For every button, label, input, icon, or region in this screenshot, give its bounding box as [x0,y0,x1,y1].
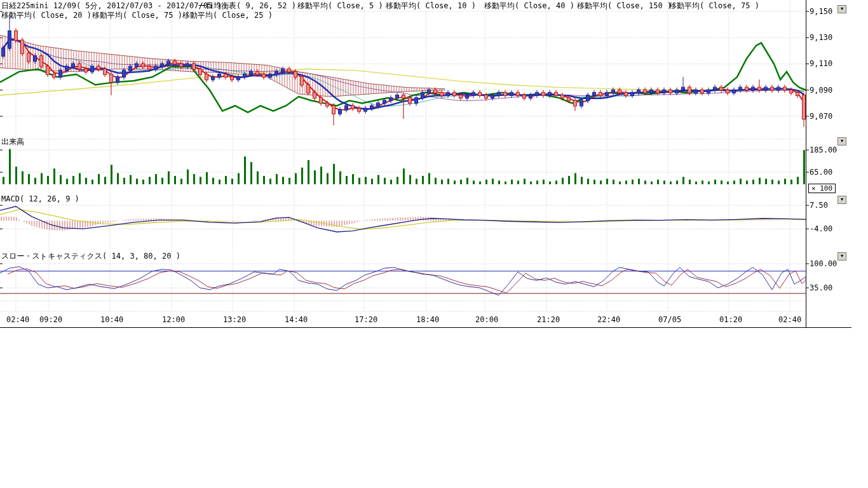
time-axis-label: 13:20 [223,315,246,324]
time-axis-label: 17:20 [355,315,377,324]
time-axis-label: 10:40 [100,315,123,324]
chevron-down-icon: ▼ [841,197,843,202]
time-axis-label: 01:20 [719,315,742,324]
price-axis-tick: 9,110 [810,60,832,68]
chart-application: 日経225mini 12/09( 5分, 2012/07/03 - 2012/0… [0,0,868,488]
price-axis-tick: 9,070 [810,112,832,121]
chevron-down-icon: ▼ [841,139,843,144]
macd-panel-dropdown-button[interactable]: ▼ [837,196,846,204]
macd-axis-tick: 7.50 [810,201,828,210]
time-axis-label: 22:40 [597,315,620,324]
time-axis-label: 20:00 [475,315,498,324]
time-axis-label: 18:40 [416,315,439,324]
time-axis-label: 09:20 [39,315,62,324]
volume-axis-tick: 65.00 [810,168,832,177]
chart-plot-canvas[interactable] [0,0,868,330]
price-axis-tick: 9,130 [810,34,832,42]
chevron-down-icon: ▼ [841,254,843,259]
time-axis-label: 07/05 [658,315,681,324]
stoch-panel-dropdown-button[interactable]: ▼ [837,252,846,261]
volume-axis-tick: 185.00 [810,146,837,154]
time-axis-label: 21:20 [537,315,560,324]
volume-panel-dropdown-button[interactable]: ▼ [837,137,846,146]
volume-scale-badge: × 100 [808,184,836,193]
time-axis-label: 14:40 [285,315,308,324]
stoch-axis-tick: 35.00 [810,284,832,292]
price-panel-dropdown-button[interactable]: ▼ [837,5,846,13]
price-axis-tick: 9,150 [810,8,832,16]
chevron-down-icon: ▼ [841,6,843,11]
time-axis-label: 02:40 [778,315,801,324]
macd-axis-tick: -4.00 [810,225,832,233]
stoch-axis-tick: 100.00 [810,260,837,268]
price-axis-tick: 9,090 [810,86,832,95]
time-axis-label: 02:40 [6,315,29,324]
time-axis-label: 12:00 [162,315,185,324]
